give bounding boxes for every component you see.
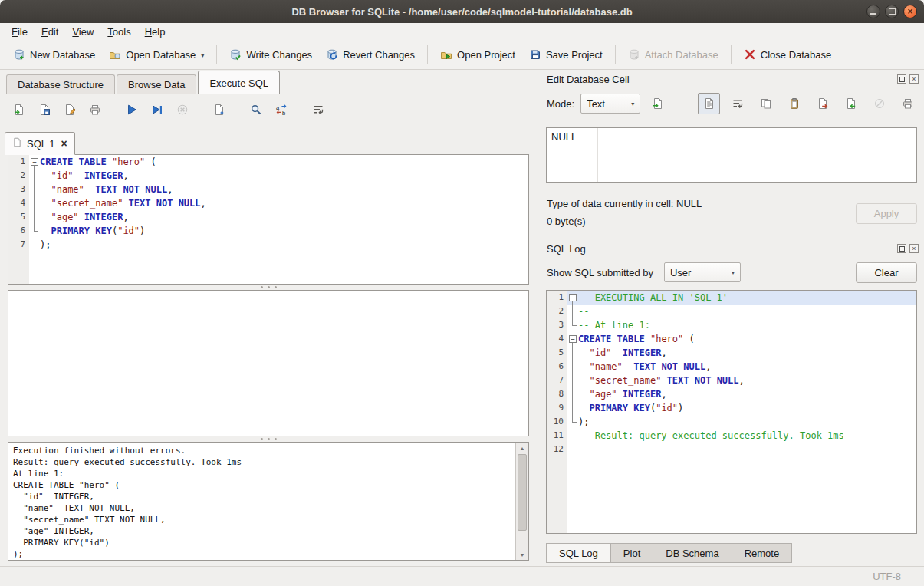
text-view-icon[interactable] bbox=[698, 93, 720, 114]
code-line: 7); bbox=[8, 238, 528, 252]
close-database-label: Close Database bbox=[761, 49, 832, 61]
minimize-button[interactable] bbox=[866, 5, 880, 18]
import-data-button[interactable] bbox=[646, 94, 669, 114]
fold-marker-icon[interactable]: − bbox=[29, 155, 40, 169]
open-in-new-tab-icon[interactable] bbox=[208, 99, 231, 120]
find-replace-icon[interactable]: ab bbox=[270, 99, 293, 120]
execute-current-line-icon[interactable] bbox=[146, 99, 169, 120]
dock-area: Edit Database Cell × Mode: Text ▾ NULL T… bbox=[541, 69, 924, 566]
maximize-button[interactable] bbox=[885, 5, 899, 18]
menu-edit[interactable]: Edit bbox=[35, 25, 65, 39]
dropdown-arrow-icon[interactable]: ▾ bbox=[201, 52, 204, 61]
menu-tools[interactable]: Tools bbox=[100, 25, 137, 39]
apply-button: Apply bbox=[856, 203, 917, 224]
word-wrap-icon[interactable] bbox=[307, 99, 330, 120]
close-database-button[interactable]: Close Database bbox=[737, 44, 839, 64]
submitted-by-value: User bbox=[670, 267, 691, 278]
splitter-handle-bottom[interactable] bbox=[8, 436, 529, 442]
line-number: 12 bbox=[547, 443, 567, 456]
execution-log[interactable]: Execution finished without errors.Result… bbox=[8, 442, 529, 561]
sql-editor[interactable]: 1−CREATE TABLE "hero" (2 "id" INTEGER,3 … bbox=[8, 154, 529, 285]
scroll-up-icon[interactable]: ▲ bbox=[516, 443, 528, 453]
float-dock-icon[interactable] bbox=[897, 244, 906, 253]
splitter-handle-top[interactable] bbox=[8, 285, 529, 290]
sql-log-code[interactable]: 1−-- EXECUTING ALL IN 'SQL 1'2--3-- At l… bbox=[547, 291, 916, 533]
line-number: 3 bbox=[8, 183, 29, 196]
open-sql-file-icon[interactable] bbox=[8, 99, 31, 120]
fold-margin bbox=[29, 183, 40, 196]
line-number: 7 bbox=[547, 374, 567, 387]
scroll-down-icon[interactable]: ▼ bbox=[516, 549, 528, 560]
scrollbar[interactable]: ▲ ▼ bbox=[515, 443, 528, 560]
dock-tab-db-schema[interactable]: DB Schema bbox=[653, 543, 732, 563]
sql-log-panel[interactable]: 1−-- EXECUTING ALL IN 'SQL 1'2--3-- At l… bbox=[546, 290, 917, 534]
dock-tab-plot[interactable]: Plot bbox=[611, 543, 653, 563]
tab-browse-data[interactable]: Browse Data bbox=[117, 74, 196, 94]
float-dock-icon[interactable] bbox=[897, 74, 906, 84]
dock-tab-remote[interactable]: Remote bbox=[732, 543, 793, 563]
set-null-icon bbox=[868, 93, 890, 114]
word-wrap-icon[interactable] bbox=[726, 93, 748, 114]
edit-cell-dock-header: Edit Database Cell × bbox=[547, 71, 919, 87]
fold-margin bbox=[29, 224, 40, 238]
code-line: 3-- At line 1: bbox=[547, 318, 916, 332]
encoding-indicator[interactable]: UTF-8 bbox=[873, 571, 901, 582]
save-sql-as-icon[interactable] bbox=[58, 99, 81, 120]
fold-marker-icon[interactable]: − bbox=[567, 332, 578, 346]
write-changes-button[interactable]: Write Changes bbox=[222, 44, 319, 64]
code-line: 3 "name" TEXT NOT NULL, bbox=[8, 183, 528, 196]
grip-dot bbox=[261, 286, 263, 288]
line-number: 3 bbox=[547, 318, 567, 332]
close-dock-icon[interactable]: × bbox=[909, 74, 919, 84]
new-database-button[interactable]: New Database bbox=[6, 44, 102, 64]
save-sql-file-icon[interactable] bbox=[33, 99, 56, 120]
find-icon[interactable] bbox=[245, 99, 268, 120]
submitted-by-select[interactable]: User ▾ bbox=[664, 262, 741, 282]
scroll-thumb[interactable] bbox=[518, 454, 527, 531]
grip-dot bbox=[275, 438, 277, 440]
line-number: 5 bbox=[8, 210, 29, 224]
fold-marker-icon[interactable]: − bbox=[567, 291, 578, 305]
copy-cell-icon[interactable] bbox=[755, 93, 777, 114]
cell-editor[interactable]: NULL bbox=[546, 127, 917, 183]
code-text: "age" INTEGER, bbox=[578, 387, 916, 401]
mode-select[interactable]: Text ▾ bbox=[580, 94, 640, 114]
float-inner-icon bbox=[899, 77, 905, 82]
menu-help[interactable]: Help bbox=[138, 25, 173, 39]
import-cell-icon[interactable] bbox=[840, 93, 862, 114]
close-dock-icon[interactable]: × bbox=[909, 244, 919, 253]
fold-margin bbox=[567, 415, 578, 429]
sql-tab[interactable]: SQL 1 × bbox=[5, 132, 75, 155]
paste-cell-icon[interactable] bbox=[783, 93, 805, 114]
results-grid[interactable] bbox=[8, 290, 529, 436]
tab-database-structure[interactable]: Database Structure bbox=[6, 74, 115, 94]
tab-execute-sql[interactable]: Execute SQL bbox=[198, 71, 280, 94]
code-text: -- Result: query executed successfully. … bbox=[578, 429, 916, 443]
stop-icon bbox=[171, 99, 194, 120]
title-bar[interactable]: DB Browser for SQLite - /home/user/code/… bbox=[0, 0, 924, 24]
open-database-label: Open Database bbox=[126, 49, 196, 61]
sql-editor-code[interactable]: 1−CREATE TABLE "hero" (2 "id" INTEGER,3 … bbox=[8, 155, 528, 284]
log-line: "age" INTEGER, bbox=[13, 525, 516, 537]
menu-file[interactable]: File bbox=[5, 25, 35, 39]
menu-view[interactable]: View bbox=[65, 25, 100, 39]
line-number: 1 bbox=[8, 155, 29, 169]
log-line: "secret_name" TEXT NOT NULL, bbox=[13, 514, 516, 525]
revert-changes-button[interactable]: Revert Changes bbox=[319, 44, 422, 64]
export-cell-icon[interactable] bbox=[811, 93, 834, 114]
open-database-button[interactable]: Open Database▾ bbox=[102, 44, 211, 64]
print-cell-icon[interactable] bbox=[896, 93, 919, 114]
app-window: DB Browser for SQLite - /home/user/code/… bbox=[0, 0, 924, 586]
sql-tab-bar: SQL 1 × bbox=[0, 125, 541, 154]
dock-tab-sql-log[interactable]: SQL Log bbox=[546, 543, 611, 563]
clear-button[interactable]: Clear bbox=[856, 262, 917, 283]
execute-all-icon[interactable] bbox=[120, 99, 143, 120]
line-number: 2 bbox=[8, 169, 29, 183]
revert-changes-icon bbox=[326, 48, 338, 61]
save-project-button[interactable]: Save Project bbox=[522, 44, 610, 64]
close-window-button[interactable]: × bbox=[903, 5, 917, 18]
code-line: 5 "id" INTEGER, bbox=[547, 346, 916, 360]
print-icon[interactable] bbox=[84, 99, 107, 120]
open-project-button[interactable]: Open Project bbox=[433, 44, 522, 64]
close-tab-icon[interactable]: × bbox=[61, 138, 67, 149]
